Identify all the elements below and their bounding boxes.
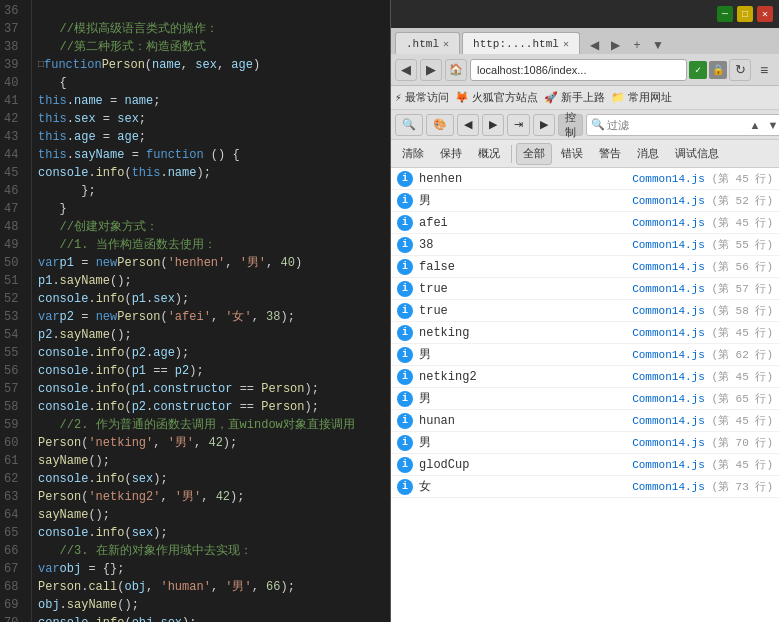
warning-filter-button[interactable]: 警告 [592,143,628,165]
filter-divider [511,145,512,163]
bookmark-common-label: 常用网址 [628,90,672,105]
bookmark-most-visited-label: 最常访问 [405,90,449,105]
log-entry[interactable]: i女Common14.js (第 73 行) [391,476,779,498]
log-entry[interactable]: ihenhenCommon14.js (第 45 行) [391,168,779,190]
log-entry[interactable]: i男Common14.js (第 65 行) [391,388,779,410]
address-input[interactable] [470,59,687,81]
address-bar: ◀ ▶ 🏠 ✓ 🔒 ↻ ≡ [391,54,779,86]
tab-html[interactable]: .html ✕ [395,32,460,54]
log-entry[interactable]: i男Common14.js (第 62 行) [391,344,779,366]
tab-http-html[interactable]: http:....html ✕ [462,32,580,54]
nav-prev-button[interactable]: ◀ [457,114,479,136]
log-icon: i [397,391,413,407]
log-entry[interactable]: iglodCupCommon14.js (第 45 行) [391,454,779,476]
log-source: Common14.js (第 65 行) [632,391,773,406]
tab-http-html-label: http:....html [473,38,559,50]
log-icon: i [397,457,413,473]
tab-html-close[interactable]: ✕ [443,38,449,50]
debug-filter-button[interactable]: 调试信息 [668,143,726,165]
log-entry[interactable]: i男Common14.js (第 52 行) [391,190,779,212]
search-input[interactable] [607,119,745,131]
close-button[interactable]: ✕ [757,6,773,22]
security-icon-green: ✓ [689,61,707,79]
log-value: netking2 [419,370,624,384]
forward-button[interactable]: ▶ [420,59,442,81]
log-icon: i [397,369,413,385]
home-button[interactable]: 🏠 [445,59,467,81]
minimize-button[interactable]: ─ [717,6,733,22]
console-log[interactable]: ihenhenCommon14.js (第 45 行)i男Common14.js… [391,168,779,622]
log-entry[interactable]: i男Common14.js (第 70 行) [391,432,779,454]
log-value: glodCup [419,458,624,472]
refresh-button[interactable]: ↻ [729,59,751,81]
inspect-element-button[interactable]: 🔍 [395,114,423,136]
bookmarks-bar: ⚡ 最常访问 🦊 火狐官方站点 🚀 新手上路 📁 常用网址 [391,86,779,110]
search-down-button[interactable]: ▼ [765,117,779,133]
code-panel: 3637383940414243444546474849505152535455… [0,0,390,622]
tab-forward-button[interactable]: ▶ [607,36,625,54]
security-icons: ✓ 🔒 [689,61,727,79]
search-box[interactable]: 🔍 ▲ ▼ [586,114,779,136]
log-source: Common14.js (第 45 行) [632,413,773,428]
bookmark-newbie-label: 新手上路 [561,90,605,105]
all-filter-button[interactable]: 全部 [516,143,552,165]
line-numbers: 3637383940414243444546474849505152535455… [0,0,32,622]
log-value: hunan [419,414,624,428]
tab-back-button[interactable]: ◀ [586,36,604,54]
tab-http-html-close[interactable]: ✕ [563,38,569,50]
style-button[interactable]: 🎨 [426,114,454,136]
bookmark-most-visited[interactable]: ⚡ 最常访问 [395,90,449,105]
log-value: netking [419,326,624,340]
more-button[interactable]: ≡ [753,59,775,81]
log-source: Common14.js (第 45 行) [632,215,773,230]
log-entry[interactable]: itrueCommon14.js (第 58 行) [391,300,779,322]
log-icon: i [397,171,413,187]
log-icon: i [397,281,413,297]
error-filter-button[interactable]: 错误 [554,143,590,165]
log-source: Common14.js (第 45 行) [632,171,773,186]
browser-titlebar: ─ □ ✕ [391,0,779,28]
code-content[interactable]: //模拟高级语言类式的操作： //第二种形式：构造函数式□ function P… [32,0,390,622]
log-entry[interactable]: iafeiCommon14.js (第 45 行) [391,212,779,234]
bookmark-firefox[interactable]: 🦊 火狐官方站点 [455,90,538,105]
devtools-area: 🔍 🎨 ◀ ▶ ⇥ ▶ 控制 🔍 ▲ ▼ 清除 [391,110,779,622]
maximize-button[interactable]: □ [737,6,753,22]
most-visited-icon: ⚡ [395,91,402,104]
browser-tabs: .html ✕ http:....html ✕ ◀ ▶ + ▼ [391,28,779,54]
more-devtools-button[interactable]: ▶ [533,114,555,136]
log-source: Common14.js (第 45 行) [632,325,773,340]
common-icon: 📁 [611,91,625,104]
log-entry[interactable]: ihunanCommon14.js (第 45 行) [391,410,779,432]
log-entry[interactable]: i38Common14.js (第 55 行) [391,234,779,256]
log-source: Common14.js (第 55 行) [632,237,773,252]
keep-button[interactable]: 保持 [433,143,469,165]
log-source: Common14.js (第 58 行) [632,303,773,318]
search-up-button[interactable]: ▲ [747,117,763,133]
overview-button[interactable]: 概况 [471,143,507,165]
nav-next-button[interactable]: ▶ [482,114,504,136]
bookmark-common[interactable]: 📁 常用网址 [611,90,672,105]
log-icon: i [397,347,413,363]
newbie-icon: 🚀 [544,91,558,104]
step-button[interactable]: ⇥ [507,114,530,136]
tab-menu-button[interactable]: ▼ [649,36,667,54]
log-value: 男 [419,346,624,363]
log-entry[interactable]: inetking2Common14.js (第 45 行) [391,366,779,388]
log-source: Common14.js (第 73 行) [632,479,773,494]
code-area: 3637383940414243444546474849505152535455… [0,0,390,622]
back-button[interactable]: ◀ [395,59,417,81]
log-icon: i [397,303,413,319]
log-value: true [419,282,624,296]
log-icon: i [397,435,413,451]
clear-button[interactable]: 清除 [395,143,431,165]
log-entry[interactable]: ifalseCommon14.js (第 56 行) [391,256,779,278]
controls-button[interactable]: 控制 [558,114,583,136]
log-value: 女 [419,478,624,495]
tab-new-button[interactable]: + [628,36,646,54]
log-entry[interactable]: inetkingCommon14.js (第 45 行) [391,322,779,344]
log-icon: i [397,215,413,231]
bookmark-newbie[interactable]: 🚀 新手上路 [544,90,605,105]
log-value: 38 [419,238,624,252]
message-filter-button[interactable]: 消息 [630,143,666,165]
log-entry[interactable]: itrueCommon14.js (第 57 行) [391,278,779,300]
